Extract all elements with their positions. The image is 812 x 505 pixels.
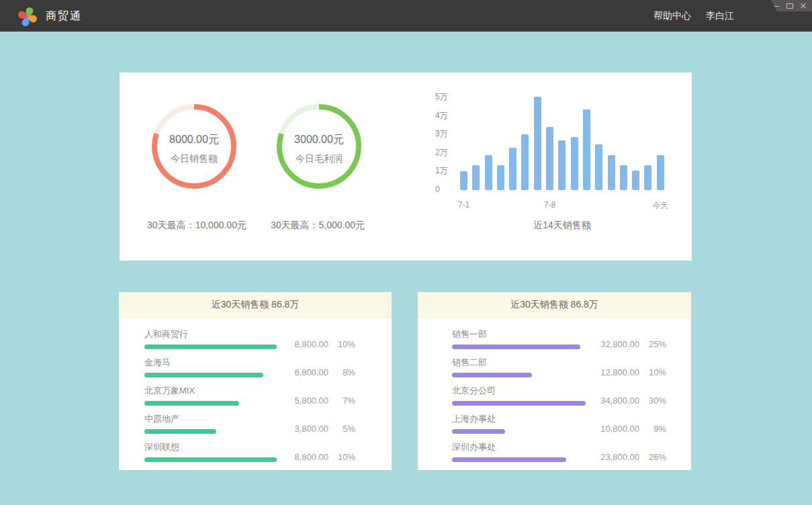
y-axis-tick: 2万: [435, 148, 448, 157]
rank-row-amount: 12,800.00: [591, 367, 639, 377]
today-sales-gauge: 8000.00元 今日销售额: [152, 104, 236, 189]
rank-row-label: 销售二部: [452, 357, 532, 369]
sales-bar-chart: [460, 96, 664, 190]
chart-bar: [497, 165, 504, 190]
rank-row-label: 上海办事处: [452, 413, 505, 425]
today-sales-value: 8000.00元: [169, 133, 219, 147]
rank-row-bar: [452, 429, 505, 434]
rank-row-percent: 10%: [334, 339, 355, 349]
rank-row: 销售二部 12,800.0010%: [452, 357, 666, 377]
rank-row-bar: [144, 401, 239, 406]
rank-row: 深圳办事处 23,800.0026%: [452, 441, 666, 462]
rank-row-label: 中原地产: [144, 413, 216, 425]
chart-bar: [534, 97, 541, 190]
close-button[interactable]: [799, 2, 807, 10]
chart-bar: [472, 165, 480, 190]
titlebar-menu: 帮助中心 李白江: [653, 0, 734, 32]
rank-row: 中原地产 3,800.005%: [144, 413, 355, 434]
rank-row-label: 销售一部: [452, 328, 580, 340]
chart-bar: [595, 144, 602, 190]
chart-bar: [608, 155, 615, 190]
chart-bar: [571, 137, 578, 190]
overview-card: 8000.00元 今日销售额 3000.00元 今日毛利润 30天最高：10,0…: [120, 73, 692, 261]
rank-row: 人和商贸行 8,800.0010%: [144, 328, 355, 349]
chart-bar: [583, 109, 590, 190]
rank-row-percent: 10%: [334, 452, 355, 462]
rank-row-bar: [452, 401, 586, 406]
app-window: 商贸通 帮助中心 李白江 8000.00元 今日销售额: [0, 0, 812, 505]
rank-row-percent: 8%: [334, 367, 355, 377]
rank-row-bar: [144, 345, 277, 349]
rank-row-bar: [452, 457, 566, 462]
chart-bar: [644, 165, 651, 190]
rank-row-amount: 23,800.00: [591, 452, 639, 462]
today-profit-label: 今日毛利润: [296, 153, 343, 165]
chart-bar: [509, 148, 516, 191]
rank-row: 上海办事处 10,800.009%: [452, 413, 666, 434]
rank-row: 北京分公司 34,800.0030%: [452, 385, 666, 406]
rank-row-label: 金海马: [144, 357, 263, 369]
y-axis-tick: 5万: [435, 92, 448, 101]
rank-row-label: 北京万象MIX: [144, 385, 239, 397]
x-axis-tick: 今天: [652, 200, 668, 212]
rank-row-label: 深圳联想: [144, 441, 277, 453]
department-rank-title: 近30天销售额 86.8万: [418, 292, 691, 318]
chart-bar: [657, 155, 664, 190]
rank-row-amount: 10,800.00: [591, 424, 639, 434]
rank-row-amount: 6,800.00: [280, 367, 328, 377]
customer-rank-card: 近30天销售额 86.8万 人和商贸行 8,800.0010% 金海马 6,80…: [119, 292, 392, 470]
rank-row-amount: 8,800.00: [280, 339, 328, 349]
minimize-icon: [773, 6, 779, 7]
department-rank-card: 近30天销售额 86.8万 销售一部 32,800.0025% 销售二部 12,…: [418, 292, 691, 470]
customer-rank-title: 近30天销售额 86.8万: [119, 292, 392, 318]
rank-row-percent: 30%: [645, 396, 666, 406]
rank-row-label: 北京分公司: [452, 385, 586, 397]
rank-row-percent: 25%: [645, 339, 666, 349]
rank-row-bar: [144, 457, 277, 462]
y-axis-tick: 3万: [435, 129, 448, 138]
today-profit-value: 3000.00元: [294, 133, 344, 147]
rank-row-bar: [452, 373, 532, 377]
chart-bar: [521, 134, 529, 190]
rank-row: 销售一部 32,800.0025%: [452, 328, 666, 349]
user-name[interactable]: 李白江: [706, 10, 734, 22]
department-rank-rows: 销售一部 32,800.0025% 销售二部 12,800.0010% 北京分公…: [418, 318, 691, 462]
window-controls: [771, 0, 812, 11]
rank-row-amount: 3,800.00: [280, 424, 328, 434]
title-bar: 商贸通 帮助中心 李白江: [0, 0, 812, 32]
maximize-button[interactable]: [786, 2, 794, 10]
chart-bar: [620, 165, 627, 190]
sales-chart-x-axis: 7-17-8今天: [460, 200, 664, 211]
chart-bar: [632, 171, 639, 190]
rank-row-bar: [144, 373, 263, 377]
rank-row-bar: [452, 345, 580, 349]
rank-row-amount: 32,800.00: [591, 339, 639, 349]
y-axis-tick: 1万: [435, 166, 448, 175]
rank-row-percent: 26%: [645, 452, 666, 462]
minimize-button[interactable]: [772, 2, 780, 10]
chart-bar: [460, 171, 467, 190]
rank-row-percent: 10%: [645, 367, 666, 377]
rank-row-label: 深圳办事处: [452, 441, 566, 453]
rank-row-percent: 9%: [645, 424, 666, 434]
rank-row-amount: 5,800.00: [280, 396, 328, 406]
rank-row: 金海马 6,800.008%: [144, 357, 355, 377]
maximize-icon: [786, 3, 793, 9]
rank-row: 深圳联想 8,800.0010%: [144, 441, 355, 462]
profit-30day-max: 30天最高：5,000.00元: [240, 220, 395, 232]
rank-row-percent: 7%: [334, 396, 355, 406]
rank-row-label: 人和商贸行: [144, 328, 277, 340]
app-title: 商贸通: [46, 0, 82, 32]
customer-rank-rows: 人和商贸行 8,800.0010% 金海马 6,800.008% 北京万象MIX…: [119, 318, 392, 462]
help-center-link[interactable]: 帮助中心: [653, 10, 691, 22]
rank-row-amount: 8,800.00: [280, 452, 328, 462]
x-axis-tick: 7-8: [544, 200, 555, 210]
app-logo-icon: [17, 6, 38, 26]
today-profit-gauge: 3000.00元 今日毛利润: [277, 104, 361, 189]
rank-row-percent: 5%: [334, 424, 355, 434]
chart-bar: [558, 140, 566, 191]
chart-bar: [485, 155, 492, 190]
rank-row: 北京万象MIX 5,800.007%: [144, 385, 355, 406]
y-axis-tick: 0: [435, 185, 440, 194]
chart-bar: [546, 127, 553, 190]
